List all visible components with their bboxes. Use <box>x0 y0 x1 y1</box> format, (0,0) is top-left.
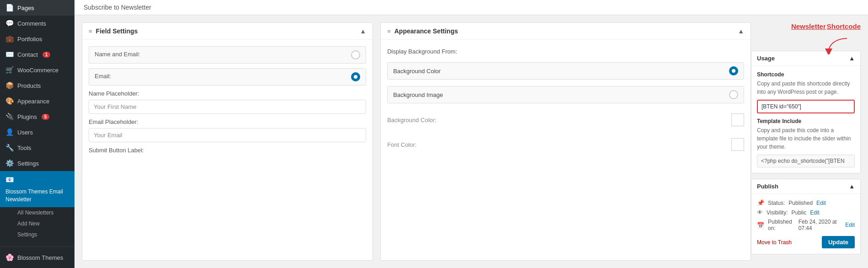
name-email-label: Name and Email: <box>95 51 140 58</box>
sidebar-item-comments[interactable]: 💬 Comments <box>0 16 75 31</box>
sidebar-item-label: Blossom Themes Email Newsletter <box>5 188 69 204</box>
display-bg-label: Display Background From: <box>387 46 744 55</box>
sidebar-item-woocommerce[interactable]: 🛒 WooCommerce <box>0 62 75 78</box>
products-icon: 📦 <box>5 81 14 90</box>
template-section-title: Template Include <box>757 118 855 124</box>
update-button[interactable]: Update <box>822 236 855 248</box>
sidebar-item-blossom-themes[interactable]: 🌸 Blossom Themes <box>0 250 75 265</box>
visibility-label: Visibility: <box>767 209 788 216</box>
submit-label-section: Submit Button Label: <box>89 147 366 155</box>
field-settings-body: Name and Email: Email: Name Placeholder: <box>82 40 373 260</box>
woocommerce-icon: 🛒 <box>5 66 14 74</box>
tools-icon: 🔧 <box>5 144 14 152</box>
shortcode-desc: Copy and paste this shortcode directly i… <box>757 80 855 96</box>
move-to-trash-link[interactable]: Move to Trash <box>757 239 792 246</box>
sidebar: 📄 Pages 💬 Comments 💼 Portfolios ✉️ Conta… <box>0 0 75 268</box>
appearance-settings-collapse-button[interactable]: ▲ <box>738 27 744 35</box>
publish-widget: Publish ▲ 📌 Status: Published Edit 👁 Vis… <box>751 179 861 254</box>
visibility-edit-link[interactable]: Edit <box>810 209 820 216</box>
email-field-row: Email: <box>89 68 366 86</box>
bg-color-swatch[interactable] <box>731 113 744 126</box>
appearance-settings-title: Appearance Settings <box>394 27 458 35</box>
email-placeholder-label: Email Placeholder: <box>89 118 366 125</box>
pin-icon: 📌 <box>757 199 764 206</box>
contact-icon: ✉️ <box>5 50 14 59</box>
contact-badge: 1 <box>43 52 51 58</box>
publish-widget-header[interactable]: Publish ▲ <box>751 179 860 194</box>
sidebar-item-label: Tools <box>17 145 31 151</box>
sidebar-item-label: Portfolios <box>17 36 42 43</box>
sidebar-bottom-label: Blossom Themes <box>17 254 63 261</box>
appearance-drag-handle-icon: ≡ <box>387 28 391 35</box>
annotation-shortcode-text: Shortcode <box>827 22 861 30</box>
published-edit-link[interactable]: Edit <box>845 222 855 228</box>
sidebar-item-label: Appearance <box>17 98 49 105</box>
page-header: Subscribe to Newsletter <box>75 0 868 15</box>
published-value: Feb 24, 2020 at 07:44 <box>799 219 842 231</box>
sidebar-item-plugins[interactable]: 🔌 Plugins 5 <box>0 109 75 124</box>
sidebar-item-settings[interactable]: ⚙️ Settings <box>0 155 75 171</box>
font-color-swatch[interactable] <box>731 138 744 151</box>
comments-icon: 💬 <box>5 19 14 27</box>
users-icon: 👤 <box>5 128 14 136</box>
page-title: Subscribe to Newsletter <box>84 4 151 11</box>
settings-icon: ⚙️ <box>5 159 14 167</box>
sidebar-item-appearance[interactable]: 🎨 Appearance <box>0 93 75 109</box>
annotation-container: Newsletter Shortcode <box>751 22 861 45</box>
bg-color-picker-row: Background Color: <box>387 110 744 130</box>
publish-actions: Move to Trash Update <box>757 236 855 248</box>
published-label: Published on: <box>768 219 795 231</box>
appearance-header-left: ≡ Appearance Settings <box>387 27 458 35</box>
sidebar-sub-add-new[interactable]: Add New <box>0 218 75 229</box>
field-settings-collapse-button[interactable]: ▲ <box>360 27 366 35</box>
name-placeholder-input[interactable] <box>89 100 366 114</box>
sidebar-item-blossom-newsletter[interactable]: 📧 Blossom Themes Email Newsletter <box>0 171 75 207</box>
visibility-value: Public <box>791 209 806 216</box>
bg-color-row: Background Color <box>387 62 744 80</box>
field-settings-panel: ≡ Field Settings ▲ Name and Email: Email… <box>82 22 373 261</box>
sidebar-item-pages[interactable]: 📄 Pages <box>0 0 75 16</box>
drag-handle-icon: ≡ <box>89 28 92 35</box>
publish-collapse-icon: ▲ <box>849 183 855 190</box>
field-settings-title: Field Settings <box>96 27 138 35</box>
template-include-input[interactable] <box>757 155 855 167</box>
status-value: Published <box>788 200 813 206</box>
publish-visibility-row: 👁 Visibility: Public Edit <box>757 209 855 216</box>
calendar-icon: 📅 <box>757 222 764 229</box>
appearance-settings-header: ≡ Appearance Settings ▲ <box>381 23 751 40</box>
sidebar-item-label: Contact <box>17 51 38 58</box>
publish-widget-title: Publish <box>757 183 778 190</box>
annotation-newsletter-text: Newsletter <box>791 22 826 30</box>
sidebar-item-portfolios[interactable]: 💼 Portfolios <box>0 31 75 47</box>
email-radio[interactable] <box>351 72 360 81</box>
status-label: Status: <box>768 200 785 206</box>
usage-collapse-icon: ▲ <box>849 55 855 62</box>
pages-icon: 📄 <box>5 4 14 12</box>
sidebar-item-tools[interactable]: 🔧 Tools <box>0 140 75 155</box>
sidebar-sub-settings[interactable]: Settings <box>0 229 75 240</box>
eye-icon: 👁 <box>757 209 763 216</box>
shortcode-input[interactable] <box>757 100 855 113</box>
email-placeholder-section: Email Placeholder: <box>89 118 366 142</box>
name-email-radio[interactable] <box>351 50 360 59</box>
main-content: Subscribe to Newsletter ≡ Field Settings… <box>75 0 868 268</box>
bg-color-radio[interactable] <box>729 66 738 75</box>
sidebar-item-products[interactable]: 📦 Products <box>0 78 75 93</box>
content-area: ≡ Field Settings ▲ Name and Email: Email… <box>75 15 868 268</box>
email-placeholder-input[interactable] <box>89 128 366 142</box>
sidebar-sub-all-newsletters[interactable]: All Newsletters <box>0 207 75 218</box>
field-settings-header: ≡ Field Settings ▲ <box>82 23 373 40</box>
status-edit-link[interactable]: Edit <box>816 200 826 206</box>
sidebar-item-contact[interactable]: ✉️ Contact 1 <box>0 47 75 62</box>
bg-image-radio[interactable] <box>729 90 738 99</box>
panel-header-left: ≡ Field Settings <box>89 27 138 35</box>
newsletter-icon: 📧 <box>5 175 14 184</box>
sidebar-item-users[interactable]: 👤 Users <box>0 124 75 140</box>
portfolios-icon: 💼 <box>5 35 14 43</box>
publish-widget-body: 📌 Status: Published Edit 👁 Visibility: P… <box>751 194 860 254</box>
shortcode-annotation: Newsletter Shortcode <box>791 22 861 30</box>
name-placeholder-section: Name Placeholder: <box>89 90 366 114</box>
sidebar-item-label: WooCommerce <box>17 67 59 74</box>
bg-image-row: Background Image <box>387 86 744 103</box>
name-email-field-row: Name and Email: <box>89 46 366 64</box>
